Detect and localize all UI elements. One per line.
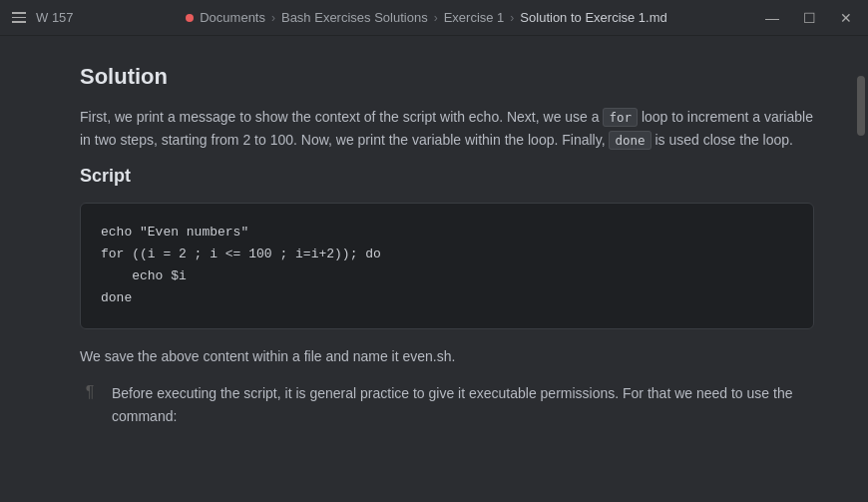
breadcrumb-bash-exercises[interactable]: Bash Exercises Solutions bbox=[281, 10, 428, 25]
paragraph-1-text-end: is used close the loop. bbox=[651, 132, 793, 148]
breadcrumb-sep-1: › bbox=[271, 11, 275, 25]
title-bar: W 157 Documents › Bash Exercises Solutio… bbox=[0, 0, 868, 36]
main-container: Solution First, we print a message to sh… bbox=[0, 36, 868, 502]
minimize-button[interactable]: — bbox=[761, 9, 783, 27]
breadcrumb-file[interactable]: Solution to Exercise 1.md bbox=[520, 10, 666, 25]
breadcrumb-exercise1[interactable]: Exercise 1 bbox=[444, 10, 505, 25]
breadcrumb-sep-2: › bbox=[434, 11, 438, 25]
heading-script: Script bbox=[80, 166, 814, 187]
document-content[interactable]: Solution First, we print a message to sh… bbox=[0, 36, 854, 502]
inline-code-for: for bbox=[603, 108, 638, 127]
scrollbar-thumb[interactable] bbox=[857, 76, 865, 136]
heading-solution: Solution bbox=[80, 64, 814, 90]
close-button[interactable]: ✕ bbox=[836, 9, 856, 27]
content-area: Solution First, we print a message to sh… bbox=[0, 36, 868, 502]
paragraph-1-text-before: First, we print a message to show the co… bbox=[80, 109, 603, 125]
paragraph-2: We save the above content within a file … bbox=[80, 345, 814, 368]
breadcrumb-documents[interactable]: Documents bbox=[200, 10, 265, 25]
breadcrumb-sep-3: › bbox=[510, 11, 514, 25]
paragraph-3-container: ¶ Before executing the script, it is gen… bbox=[80, 382, 814, 428]
maximize-button[interactable]: ☐ bbox=[799, 9, 820, 27]
app-label: W 157 bbox=[36, 10, 74, 25]
pilcrow-icon: ¶ bbox=[80, 383, 100, 401]
menu-icon[interactable] bbox=[12, 12, 26, 23]
window-controls: — ☐ ✕ bbox=[761, 9, 856, 27]
title-bar-left: W 157 bbox=[12, 10, 92, 25]
paragraph-3: Before executing the script, it is gener… bbox=[112, 382, 814, 428]
inline-code-done: done bbox=[609, 131, 651, 150]
scrollbar-area[interactable] bbox=[854, 36, 868, 502]
paragraph-1: First, we print a message to show the co… bbox=[80, 106, 814, 152]
code-block: echo "Even numbers" for ((i = 2 ; i <= 1… bbox=[80, 203, 814, 328]
breadcrumb: Documents › Bash Exercises Solutions › E… bbox=[92, 10, 761, 25]
modified-dot bbox=[186, 14, 194, 22]
